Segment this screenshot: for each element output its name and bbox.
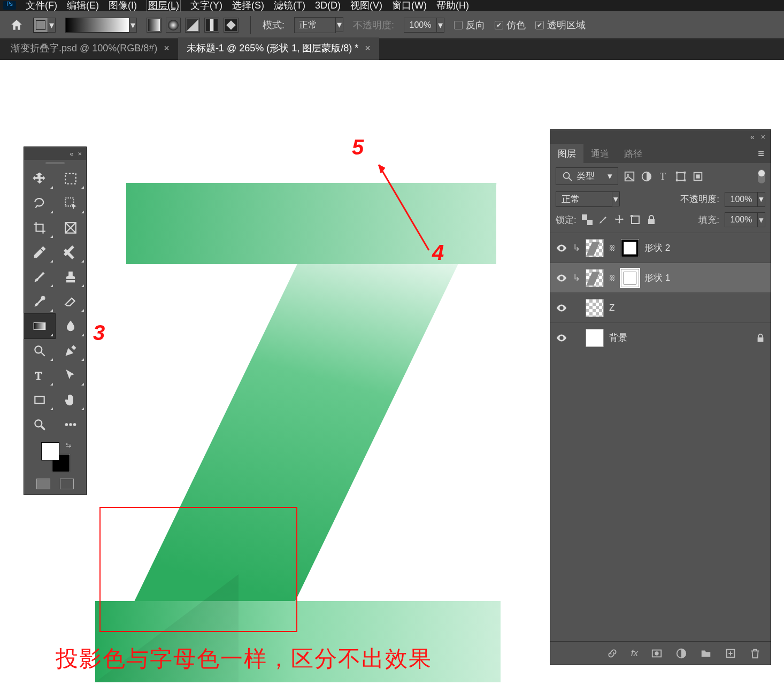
stamp-tool[interactable]	[55, 265, 86, 289]
eraser-tool[interactable]	[55, 289, 86, 314]
filter-type-select[interactable]: 类型 ▾	[556, 167, 618, 185]
blur-tool[interactable]	[55, 314, 86, 338]
visibility-icon[interactable]	[556, 302, 567, 314]
gradient-preview[interactable]	[65, 18, 129, 33]
lock-position-icon[interactable]	[614, 214, 625, 225]
add-mask-icon[interactable]	[651, 648, 663, 659]
fill-caret[interactable]: ▾	[758, 212, 765, 227]
new-layer-icon[interactable]	[725, 648, 736, 659]
layer-row[interactable]: Z	[550, 292, 771, 322]
type-tool[interactable]: T	[24, 363, 55, 388]
layer-row[interactable]: ↳ ⛓ 形状 2	[550, 233, 771, 263]
tab-paths[interactable]: 路径	[617, 144, 650, 163]
layer-blend-select[interactable]: 正常	[556, 191, 612, 207]
history-brush-tool[interactable]	[24, 289, 55, 314]
tool-preset-caret[interactable]: ▾	[48, 18, 56, 33]
gradient-tool[interactable]	[24, 314, 55, 338]
screen-mode-standard[interactable]	[36, 479, 50, 489]
menu-filter[interactable]: 滤镜(T)	[274, 0, 305, 12]
layer-name[interactable]: 形状 1	[644, 272, 765, 284]
panel-menu-icon[interactable]: ≡	[758, 148, 771, 160]
new-group-icon[interactable]	[700, 648, 712, 659]
layer-thumb[interactable]	[586, 299, 604, 317]
more-tools[interactable]	[55, 412, 86, 437]
gradient-radial-icon[interactable]	[166, 18, 181, 33]
home-icon[interactable]	[10, 18, 24, 32]
gradient-angle-icon[interactable]	[185, 18, 200, 33]
move-tool[interactable]	[24, 166, 55, 191]
gradient-linear-icon[interactable]	[147, 18, 162, 33]
reverse-checkbox[interactable]: 反向	[454, 19, 485, 32]
dither-checkbox[interactable]: 仿色	[495, 19, 526, 32]
layer-row[interactable]: 背景	[550, 322, 771, 352]
hand-tool[interactable]	[55, 388, 86, 412]
brush-tool[interactable]	[24, 265, 55, 289]
menu-select[interactable]: 选择(S)	[232, 0, 264, 12]
doc-tab-2[interactable]: 未标题-1 @ 265% (形状 1, 图层蒙版/8) * ×	[178, 37, 379, 60]
close-icon[interactable]: ×	[164, 43, 170, 54]
menu-3d[interactable]: 3D(D)	[315, 0, 341, 11]
lock-all-icon[interactable]	[646, 214, 657, 225]
crop-tool[interactable]	[24, 215, 55, 240]
blend-mode-caret[interactable]: ▾	[336, 17, 343, 32]
visibility-icon[interactable]	[556, 242, 567, 254]
visibility-icon[interactable]	[556, 332, 567, 344]
close-icon[interactable]: ×	[365, 43, 371, 54]
menu-file[interactable]: 文件(F)	[26, 0, 57, 12]
marquee-tool[interactable]	[55, 166, 86, 191]
layer-thumb[interactable]	[586, 239, 604, 257]
blend-caret[interactable]: ▾	[612, 191, 620, 206]
lock-artboard-icon[interactable]	[630, 214, 641, 225]
close-icon[interactable]: ×	[78, 150, 82, 158]
transparency-checkbox[interactable]: 透明区域	[535, 19, 586, 32]
color-swatches[interactable]: ⇆	[39, 441, 71, 473]
visibility-icon[interactable]	[556, 272, 567, 284]
opacity-input[interactable]	[404, 18, 437, 33]
fx-icon[interactable]: fx	[631, 648, 638, 659]
layer-thumb[interactable]	[586, 329, 604, 347]
delete-layer-icon[interactable]	[749, 648, 761, 659]
close-icon[interactable]: ×	[761, 133, 765, 141]
filter-toggle[interactable]	[758, 170, 765, 183]
menu-type[interactable]: 文字(Y)	[190, 0, 222, 12]
collapse-icon[interactable]: «	[750, 133, 755, 141]
dodge-tool[interactable]	[24, 338, 55, 363]
opacity-caret[interactable]: ▾	[437, 18, 444, 33]
collapse-icon[interactable]: «	[70, 150, 73, 158]
layer-opacity-caret[interactable]: ▾	[758, 192, 765, 207]
gradient-diamond-icon[interactable]	[224, 18, 239, 33]
grip-icon[interactable]	[24, 160, 86, 166]
rectangle-tool[interactable]	[24, 388, 55, 412]
menu-window[interactable]: 窗口(W)	[392, 0, 427, 12]
gradient-reflected-icon[interactable]	[204, 18, 219, 33]
quick-select-tool[interactable]	[55, 191, 86, 215]
link-layers-icon[interactable]	[606, 648, 618, 659]
gradient-caret[interactable]: ▾	[129, 18, 137, 33]
filter-adjust-icon[interactable]	[641, 171, 652, 182]
filter-pixel-icon[interactable]	[624, 171, 635, 182]
filter-type-icon[interactable]: T	[658, 171, 670, 182]
fg-color[interactable]	[41, 442, 59, 460]
layer-name[interactable]: Z	[609, 303, 765, 313]
layer-name[interactable]: 形状 2	[644, 242, 765, 254]
lock-paint-icon[interactable]	[598, 214, 609, 225]
eyedropper-tool[interactable]	[24, 240, 55, 265]
filter-smart-icon[interactable]	[692, 171, 704, 182]
layer-opacity-input[interactable]	[725, 192, 758, 207]
filter-shape-icon[interactable]	[675, 171, 687, 182]
path-select-tool[interactable]	[55, 363, 86, 388]
screen-mode-full[interactable]	[60, 479, 74, 489]
mask-thumb[interactable]	[621, 239, 639, 257]
doc-tab-1[interactable]: 渐变折叠字.psd @ 100%(RGB/8#) ×	[2, 37, 178, 60]
adjustment-layer-icon[interactable]	[675, 648, 687, 659]
lasso-tool[interactable]	[24, 191, 55, 215]
layer-name[interactable]: 背景	[609, 332, 750, 344]
layer-row[interactable]: ↳ ⛓ 形状 1	[550, 263, 771, 292]
tool-preset-button[interactable]	[33, 18, 48, 33]
menu-image[interactable]: 图像(I)	[109, 0, 137, 12]
pen-tool[interactable]	[55, 338, 86, 363]
zoom-tool[interactable]	[24, 412, 55, 437]
menu-help[interactable]: 帮助(H)	[436, 0, 469, 12]
menu-edit[interactable]: 编辑(E)	[67, 0, 99, 12]
tab-layers[interactable]: 图层	[550, 144, 583, 163]
